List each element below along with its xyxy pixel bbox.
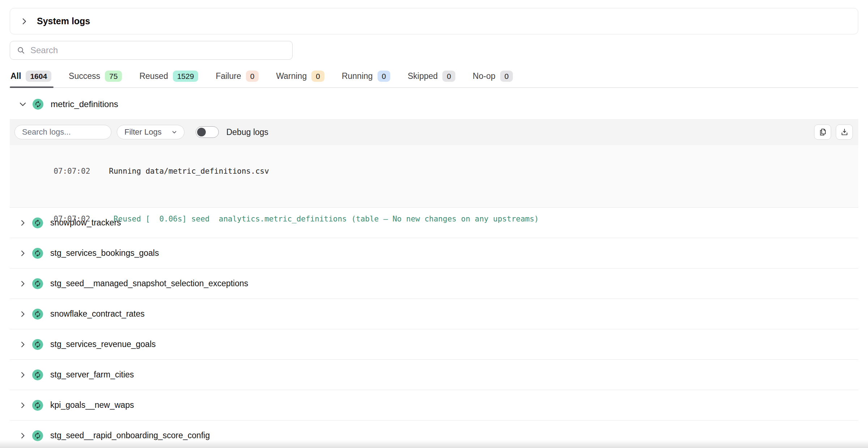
- reused-sync-icon: [32, 369, 43, 380]
- chevron-right-icon: [18, 219, 27, 227]
- section-name: stg_services_revenue_goals: [50, 339, 156, 349]
- search-icon: [17, 46, 25, 55]
- search-logs-input[interactable]: [22, 127, 104, 137]
- tab-label: Success: [69, 71, 100, 81]
- section-header[interactable]: metric_definitions: [10, 93, 858, 115]
- tab-label: Running: [342, 71, 373, 81]
- tab-count-badge: 1604: [26, 71, 51, 82]
- section-name: snowplow_trackers: [50, 218, 121, 228]
- log-message: Reused [ 0.06s] seed analytics.metric_de…: [109, 215, 539, 223]
- log-message: Running data/metric_definitions.csv: [109, 167, 269, 176]
- search-input[interactable]: [30, 45, 286, 55]
- section-name: stg_seed__managed_snapshot_selection_exc…: [50, 279, 248, 288]
- section-name: stg_seed__rapid_onboarding_score_config: [50, 431, 210, 440]
- reused-sync-icon: [32, 339, 43, 350]
- reused-sync-icon: [33, 99, 43, 110]
- tab-success[interactable]: Success 75: [68, 68, 124, 87]
- log-timestamp: 07:07:02: [54, 167, 90, 176]
- chevron-down-icon: [18, 100, 27, 109]
- tab-label: Failure: [216, 71, 241, 81]
- section-row-stg-seed-rapid-onboarding-score-config[interactable]: stg_seed__rapid_onboarding_score_config: [10, 420, 858, 448]
- section-row-stg-services-revenue-goals[interactable]: stg_services_revenue_goals: [10, 329, 858, 359]
- tab-count-badge: 0: [311, 71, 324, 82]
- search-logs-field: [14, 125, 111, 139]
- tab-running[interactable]: Running 0: [341, 68, 392, 87]
- chevron-right-icon: [18, 401, 27, 410]
- reused-sync-icon: [32, 400, 43, 411]
- section-name: kpi_goals__new_waps: [50, 400, 134, 410]
- tab-reused[interactable]: Reused 1529: [139, 68, 200, 87]
- log-output: 07:07:02Running data/metric_definitions.…: [10, 145, 858, 207]
- tab-count-badge: 0: [442, 71, 455, 82]
- chevron-right-icon: [18, 310, 27, 318]
- debug-logs-label: Debug logs: [226, 127, 268, 137]
- expanded-section-metric-definitions: metric_definitions Filter Logs Debug log…: [10, 93, 858, 207]
- tab-count-badge: 0: [378, 71, 391, 82]
- tab-all[interactable]: All 1604: [10, 68, 54, 87]
- status-tabs: All 1604 Success 75 Reused 1529 Failure …: [10, 68, 858, 88]
- tab-count-badge: 0: [500, 71, 513, 82]
- section-row-stg-server-farm-cities[interactable]: stg_server_farm_cities: [10, 359, 858, 390]
- reused-sync-icon: [32, 217, 43, 228]
- tab-label: Warning: [276, 71, 307, 81]
- section-row-stg-seed-managed-snapshot-selection-exceptions[interactable]: stg_seed__managed_snapshot_selection_exc…: [10, 268, 858, 299]
- tab-count-badge: 1529: [173, 71, 199, 82]
- system-logs-page: System logs All 1604 Success 75 Reused 1…: [0, 0, 868, 448]
- section-name: metric_definitions: [51, 99, 118, 109]
- reused-sync-icon: [32, 248, 43, 259]
- tab-label: All: [10, 71, 21, 81]
- tab-no-op[interactable]: No-op 0: [472, 68, 515, 87]
- global-search: [10, 41, 293, 60]
- log-toolbar: Filter Logs Debug logs: [10, 119, 858, 145]
- tab-label: No-op: [473, 71, 495, 81]
- section-name: stg_services_bookings_goals: [50, 248, 159, 258]
- debug-logs-toggle[interactable]: [196, 126, 219, 138]
- section-row-snowflake-contract-rates[interactable]: snowflake_contract_rates: [10, 299, 858, 329]
- tab-count-badge: 0: [246, 71, 259, 82]
- chevron-right-icon: [18, 371, 27, 379]
- reused-sync-icon: [32, 430, 43, 441]
- reused-sync-icon: [32, 278, 43, 289]
- filter-logs-label: Filter Logs: [124, 127, 162, 137]
- download-icon: [840, 128, 849, 136]
- chevron-down-icon: [171, 129, 178, 135]
- page-title: System logs: [37, 16, 90, 26]
- copy-logs-button[interactable]: [814, 124, 831, 140]
- tab-skipped[interactable]: Skipped 0: [407, 68, 458, 87]
- section-row-kpi-goals-new-waps[interactable]: kpi_goals__new_waps: [10, 390, 858, 420]
- filter-logs-dropdown[interactable]: Filter Logs: [117, 125, 184, 139]
- system-logs-header[interactable]: System logs: [10, 8, 858, 34]
- tab-label: Skipped: [408, 71, 438, 81]
- log-line: 07:07:02Running data/metric_definitions.…: [17, 147, 858, 195]
- toolbar-actions: [814, 124, 853, 140]
- chevron-right-icon: [18, 431, 27, 440]
- toggle-knob: [197, 128, 206, 136]
- copy-icon: [818, 128, 827, 136]
- tab-failure[interactable]: Failure 0: [215, 68, 261, 87]
- tab-label: Reused: [139, 71, 168, 81]
- chevron-right-icon: [18, 279, 27, 288]
- reused-sync-icon: [32, 309, 43, 320]
- chevron-right-icon: [18, 249, 27, 258]
- tab-warning[interactable]: Warning 0: [275, 68, 326, 87]
- chevron-right-icon: [20, 17, 29, 26]
- tab-count-badge: 75: [105, 71, 122, 82]
- download-logs-button[interactable]: [836, 124, 853, 140]
- section-row-stg-services-bookings-goals[interactable]: stg_services_bookings_goals: [10, 238, 858, 268]
- section-name: snowflake_contract_rates: [50, 309, 145, 319]
- chevron-right-icon: [18, 340, 27, 349]
- section-name: stg_server_farm_cities: [50, 370, 134, 380]
